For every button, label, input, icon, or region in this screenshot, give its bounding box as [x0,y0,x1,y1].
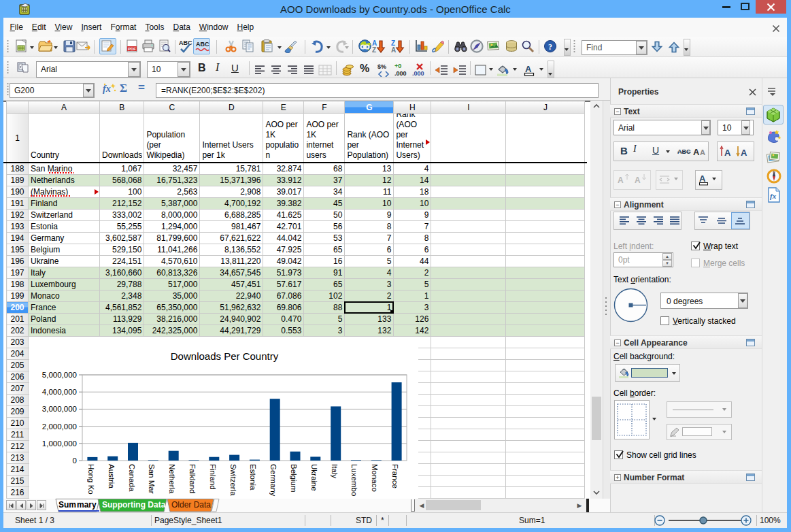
svg-text:A: A [741,148,747,158]
svg-text:A: A [391,46,396,53]
svg-text:.000: .000 [412,70,424,77]
svg-text:+0: +0 [394,63,401,69]
svg-text:4,000,000: 4,000,000 [42,388,77,396]
svg-text:3,000,000: 3,000,000 [42,405,77,413]
svg-text:fx: fx [770,192,777,200]
svg-text:A: A [635,176,641,185]
svg-text:ABC: ABC [196,41,209,48]
svg-text:ABC: ABC [179,39,192,46]
svg-text:2,000,000: 2,000,000 [42,422,77,431]
svg-text:?: ? [548,42,552,52]
svg-text:A: A [618,176,624,185]
svg-text:PDF: PDF [128,47,136,51]
svg-text:A: A [525,64,532,74]
svg-text:A: A [724,148,731,158]
svg-text:$%: $% [377,63,386,70]
svg-text:A: A [693,147,700,157]
svg-text:Downloads Per Country: Downloads Per Country [171,350,279,362]
svg-text:5,000,000: 5,000,000 [42,371,77,379]
svg-text:fx: fx [103,84,111,94]
svg-text:0: 0 [73,456,77,465]
svg-text:A: A [699,173,706,184]
svg-text:.000: .000 [394,70,407,77]
svg-text:Z: Z [372,46,376,53]
svg-text:A: A [700,148,705,156]
svg-text:1,000,000: 1,000,000 [42,439,77,448]
